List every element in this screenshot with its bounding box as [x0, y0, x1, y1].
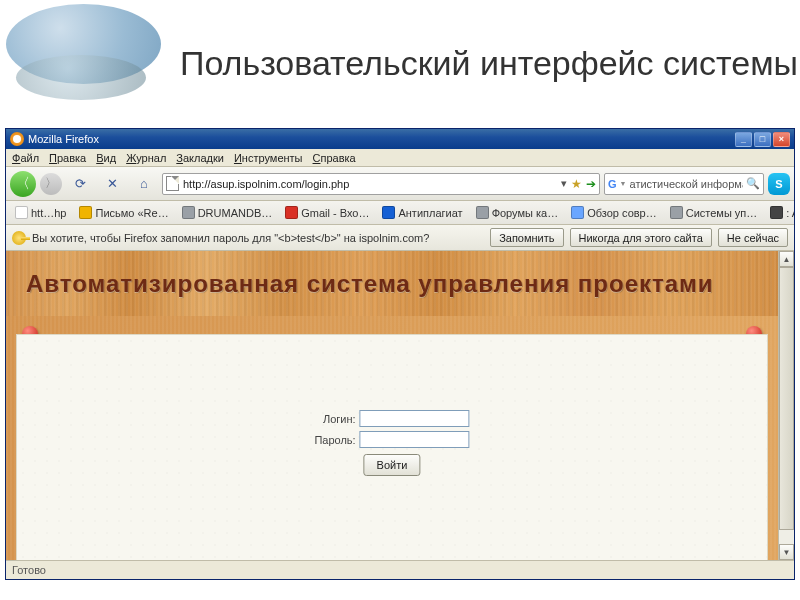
key-icon [12, 231, 26, 245]
bookmark-favicon [571, 206, 584, 219]
bookmark-item[interactable]: Gmail - Вхо… [279, 203, 375, 223]
infobar-text: Вы хотите, чтобы Firefox запомнил пароль… [32, 232, 484, 244]
status-text: Готово [12, 564, 46, 576]
slide-title: Пользовательский интерфейс системы [180, 44, 798, 83]
stop-button[interactable]: ✕ [98, 171, 126, 197]
chevron-down-icon[interactable]: ▾ [561, 177, 567, 190]
login-form: Логин: Пароль: Войти [314, 410, 469, 476]
bookmark-item[interactable]: : ASUS Dot… [764, 203, 794, 223]
never-site-button[interactable]: Никогда для этого сайта [570, 228, 712, 247]
password-label: Пароль: [314, 434, 355, 446]
bookmark-item[interactable]: Антиплагиат [376, 203, 468, 223]
menu-edit[interactable]: Правка [49, 152, 86, 164]
bookmark-favicon [79, 206, 92, 219]
reload-button[interactable]: ⟳ [66, 171, 94, 197]
menu-bookmarks[interactable]: Закладки [176, 152, 224, 164]
password-input[interactable] [360, 431, 470, 448]
bookmark-label: Gmail - Вхо… [301, 207, 369, 219]
home-button[interactable]: ⌂ [130, 171, 158, 197]
bookmark-label: DRUMANDB… [198, 207, 273, 219]
site-header: Автоматизированная система управления пр… [6, 251, 778, 316]
status-bar: Готово [6, 561, 794, 579]
vertical-scrollbar[interactable]: ▲ ▼ [778, 251, 794, 560]
bookmark-label: : ASUS Dot… [786, 207, 794, 219]
bookmark-star-icon[interactable]: ★ [571, 177, 582, 191]
remember-button[interactable]: Запомнить [490, 228, 563, 247]
go-arrow-icon[interactable]: ➔ [586, 177, 596, 191]
login-panel-background: Логин: Пароль: Войти [6, 316, 778, 560]
menu-view[interactable]: Вид [96, 152, 116, 164]
bookmark-item[interactable]: Обзор совр… [565, 203, 663, 223]
not-now-button[interactable]: Не сейчас [718, 228, 788, 247]
scroll-thumb[interactable] [779, 267, 794, 530]
back-button[interactable]: 〈 [10, 171, 36, 197]
scroll-track[interactable] [779, 267, 794, 544]
window-minimize-button[interactable]: _ [735, 132, 752, 147]
url-text: http://asup.ispolnim.com/login.php [183, 178, 557, 190]
bookmark-item[interactable]: Письмо «Re… [73, 203, 174, 223]
page-content: Автоматизированная система управления пр… [6, 251, 778, 560]
submit-button[interactable]: Войти [364, 454, 421, 476]
page-viewport: Автоматизированная система управления пр… [6, 251, 794, 561]
login-label: Логин: [323, 413, 356, 425]
bookmark-favicon [15, 206, 28, 219]
menu-bar: Файл Правка Вид Журнал Закладки Инструме… [6, 149, 794, 167]
bookmark-item[interactable]: DRUMANDB… [176, 203, 279, 223]
password-infobar: Вы хотите, чтобы Firefox запомнил пароль… [6, 225, 794, 251]
bookmark-label: Системы уп… [686, 207, 758, 219]
bookmark-item[interactable]: htt…hp [9, 203, 72, 223]
scroll-up-icon[interactable]: ▲ [779, 251, 794, 267]
bookmark-favicon [182, 206, 195, 219]
window-maximize-button[interactable]: □ [754, 132, 771, 147]
firefox-icon [10, 132, 24, 146]
bookmark-label: Обзор совр… [587, 207, 657, 219]
login-input[interactable] [360, 410, 470, 427]
skype-icon[interactable]: S [768, 173, 790, 195]
bookmarks-toolbar: htt…hpПисьмо «Re…DRUMANDB…Gmail - Вхо…Ан… [6, 201, 794, 225]
bookmark-favicon [670, 206, 683, 219]
bookmark-item[interactable]: Системы уп… [664, 203, 764, 223]
window-titlebar: Mozilla Firefox _ □ × [6, 129, 794, 149]
navigation-toolbar: 〈 〉 ⟳ ✕ ⌂ http://asup.ispolnim.com/login… [6, 167, 794, 201]
bookmark-item[interactable]: Форумы ка… [470, 203, 565, 223]
browser-window: Mozilla Firefox _ □ × Файл Правка Вид Жу… [5, 128, 795, 580]
bookmark-favicon [382, 206, 395, 219]
bookmark-label: Антиплагиат [398, 207, 462, 219]
bookmark-favicon [476, 206, 489, 219]
menu-tools[interactable]: Инструменты [234, 152, 303, 164]
scroll-down-icon[interactable]: ▼ [779, 544, 794, 560]
menu-history[interactable]: Журнал [126, 152, 166, 164]
google-icon: G [608, 178, 617, 190]
slide-logo [6, 0, 166, 110]
window-close-button[interactable]: × [773, 132, 790, 147]
bookmark-label: Письмо «Re… [95, 207, 168, 219]
site-title: Автоматизированная система управления пр… [26, 270, 714, 298]
bookmark-label: Форумы ка… [492, 207, 559, 219]
search-text: атистической информации [630, 178, 744, 190]
forward-button[interactable]: 〉 [40, 173, 62, 195]
search-box[interactable]: G ▼ атистической информации 🔍 [604, 173, 764, 195]
bookmark-label: htt…hp [31, 207, 66, 219]
menu-file[interactable]: Файл [12, 152, 39, 164]
page-icon [166, 176, 179, 191]
chevron-down-icon[interactable]: ▼ [620, 180, 627, 187]
window-title: Mozilla Firefox [28, 133, 99, 145]
url-bar[interactable]: http://asup.ispolnim.com/login.php ▾ ★ ➔ [162, 173, 600, 195]
bookmark-favicon [285, 206, 298, 219]
bookmark-favicon [770, 206, 783, 219]
menu-help[interactable]: Справка [313, 152, 356, 164]
login-paper: Логин: Пароль: Войти [16, 334, 768, 560]
search-icon[interactable]: 🔍 [746, 177, 760, 190]
